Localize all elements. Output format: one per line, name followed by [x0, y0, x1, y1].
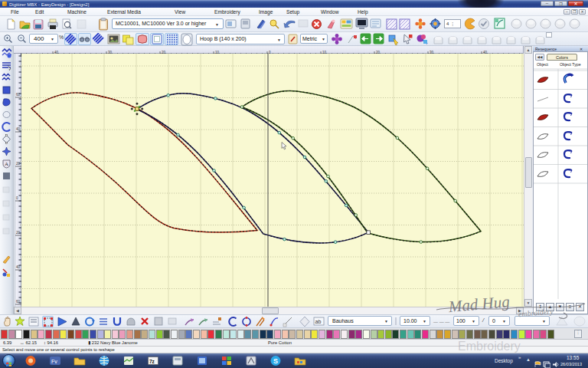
svg-text:Mad Hug: Mad Hug: [447, 292, 511, 316]
svg-text:embroidery: embroidery: [518, 307, 554, 318]
svg-text:7z: 7z: [149, 359, 155, 364]
svg-text:A: A: [5, 161, 8, 167]
svg-text:ab: ab: [315, 319, 322, 324]
svg-text:Fv: Fv: [51, 359, 57, 364]
svg-text:0: 0: [16, 196, 18, 200]
svg-text:S: S: [273, 357, 278, 365]
